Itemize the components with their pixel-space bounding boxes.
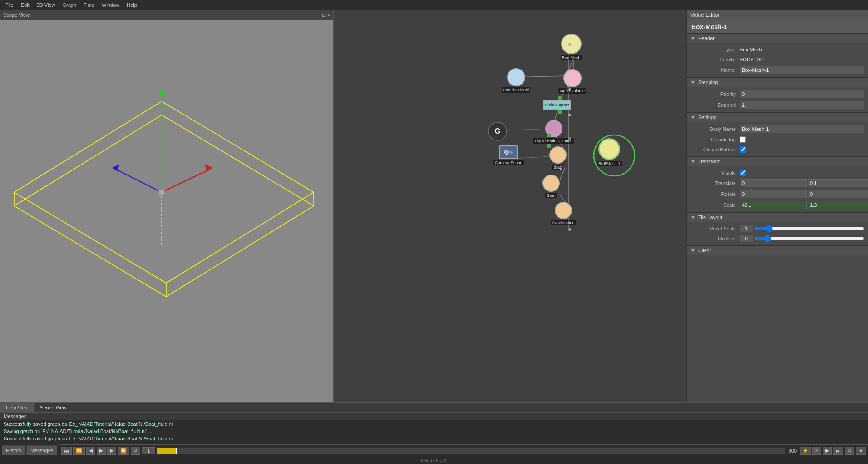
section-client-label: Client — [698, 248, 711, 253]
svg-line-10 — [116, 170, 162, 192]
node-drag[interactable]: drag — [549, 146, 567, 170]
connector-dot — [568, 114, 571, 116]
section-tile-layout: ▼ Tile Layout Voxel Scale 1 Tile Size — [687, 213, 868, 246]
node-particle-liquid[interactable]: Particle-Liquid — [502, 68, 530, 93]
node-field-export[interactable]: Field-Export — [543, 100, 571, 110]
section-settings-body: Body Name Closed Top Closed Bottom — [687, 122, 868, 156]
timeline-prev-frame-btn[interactable]: ◀ — [86, 447, 95, 455]
message-item-1: Successfully saved graph as 'E:/_NAIAD/T… — [0, 420, 868, 428]
prop-name-label: Name: — [690, 67, 736, 73]
timeline-end-frame: 300 — [787, 448, 799, 454]
menu-graph[interactable]: Graph — [59, 1, 80, 9]
node-swirl[interactable]: Swirl — [542, 175, 560, 198]
menu-bar: File Edit 3D View Graph Time Window Help — [0, 0, 868, 10]
tab-help-view[interactable]: Help View — [0, 403, 34, 412]
prop-body-name-input[interactable] — [740, 125, 864, 133]
prop-enabled-input[interactable] — [740, 101, 864, 109]
prop-rotate-x[interactable] — [740, 190, 807, 198]
prop-scale-x[interactable] — [740, 201, 807, 209]
prop-translate-y[interactable] — [808, 179, 868, 187]
prop-rotate-label: Rotate — [690, 191, 736, 197]
node-camera-scope[interactable]: Camera-Scope — [493, 145, 524, 165]
section-stepping-label: Stepping — [698, 80, 718, 85]
prop-closed-bottom-checkbox[interactable] — [740, 146, 746, 153]
timeline-down-btn[interactable]: ▼ — [856, 447, 866, 455]
node-camera-scope-label: Camera-Scope — [493, 160, 524, 165]
prop-enabled: Enabled — [687, 100, 868, 110]
svg-line-8 — [162, 170, 209, 192]
section-transform-arrow: ▼ — [690, 159, 695, 164]
timeline-extra-btn2[interactable]: ✕ — [812, 447, 821, 455]
value-editor-panel: Value Editor Box-Mesh-1 ▼ Header Type: B… — [686, 10, 868, 402]
section-settings-toggle[interactable]: ▼ Settings — [687, 113, 868, 122]
prop-scale-y[interactable] — [808, 201, 868, 209]
menu-file[interactable]: File — [2, 1, 17, 9]
section-settings: ▼ Settings Body Name Closed Top Closed B… — [687, 113, 868, 157]
prop-tile-size-slider-container: 9 — [740, 235, 864, 242]
node-title: Box-Mesh-1 — [687, 20, 868, 34]
node-liquid-emit[interactable]: Liquid-Emit-Distance — [533, 120, 574, 144]
menu-time[interactable]: Time — [80, 1, 98, 9]
timeline-play-btn[interactable]: ▶ — [97, 447, 106, 455]
timeline-next-btn[interactable]: ⏩ — [118, 447, 129, 455]
prop-translate-x[interactable] — [740, 179, 807, 187]
prop-priority-input[interactable] — [740, 90, 864, 98]
graph-view-panel[interactable]: Box-Mesh Particle-Liquid Mesh-Volume Fie… — [334, 10, 686, 402]
node-g[interactable]: G — [488, 122, 507, 141]
prop-tile-size-slider[interactable] — [755, 235, 864, 242]
timeline-prev-btn[interactable]: ⏪ — [73, 447, 85, 455]
section-settings-arrow: ▼ — [690, 115, 695, 120]
prop-visible: Visible — [687, 168, 868, 178]
3d-viewport[interactable] — [0, 20, 333, 402]
prop-type-label: Type: — [690, 47, 736, 52]
timeline-skip-btn[interactable]: ⏭ — [833, 447, 843, 455]
menu-window[interactable]: Window — [98, 1, 123, 9]
connector-dot — [604, 162, 607, 165]
prop-closed-top-checkbox[interactable] — [740, 136, 746, 143]
prop-rotate-y[interactable] — [808, 190, 868, 198]
connector-dot — [568, 228, 571, 231]
timeline-tabs: History Messages — [0, 444, 59, 456]
node-box-mesh-1-label: Box-Mesh-1 — [597, 161, 622, 166]
timeline-next-frame-btn[interactable]: ▶ — [107, 447, 116, 455]
section-header-toggle[interactable]: ▼ Header — [687, 34, 868, 43]
section-stepping-toggle[interactable]: ▼ Stepping — [687, 78, 868, 87]
menu-help[interactable]: Help — [123, 1, 141, 9]
section-transform-toggle[interactable]: ▼ Transform — [687, 157, 868, 166]
node-mesh-volume[interactable]: Mesh-Volume — [558, 69, 586, 94]
section-header: ▼ Header Type: Box-Mesh Family: BODY_OP … — [687, 34, 868, 78]
node-box-mesh[interactable]: Box-Mesh — [561, 34, 582, 60]
timeline-go-start-btn[interactable]: ⏮ — [61, 447, 72, 455]
menu-edit[interactable]: Edit — [17, 1, 33, 9]
prop-name-input[interactable] — [740, 66, 864, 74]
node-swirl-label: Swirl — [545, 193, 557, 198]
tab-history[interactable]: History — [2, 445, 25, 455]
section-tile-layout-toggle[interactable]: ▼ Tile Layout — [687, 213, 868, 222]
timeline-refresh-btn[interactable]: ↺ — [845, 447, 854, 455]
prop-family-label: Family: — [690, 57, 736, 62]
timeline-play-fwd-btn[interactable]: ▶ — [823, 447, 832, 455]
prop-voxel-scale-slider[interactable] — [755, 225, 864, 232]
bottom-tabs-bar: Help View Scope View — [0, 402, 868, 412]
prop-tile-size-label: Tile Size — [690, 236, 736, 241]
section-client: ▼ Client — [687, 246, 868, 255]
message-item-2: Saving graph on 'E:/_NAIAD/Tutorial/Naia… — [0, 428, 868, 435]
prop-body-name: Body Name — [687, 124, 868, 135]
timeline-frame-input[interactable] — [142, 447, 155, 454]
node-acceleration[interactable]: Acceleration — [551, 202, 576, 225]
tab-messages[interactable]: Messages — [26, 445, 57, 455]
timeline-track[interactable] — [157, 448, 785, 454]
prop-visible-checkbox[interactable] — [740, 170, 746, 176]
timeline-extra-btn1[interactable]: ⚡ — [800, 447, 811, 455]
section-stepping-arrow: ▼ — [690, 80, 695, 85]
section-client-toggle[interactable]: ▼ Client — [687, 246, 868, 255]
scope-view-close-btn[interactable]: × — [328, 12, 330, 18]
node-box-mesh-1[interactable]: Box-Mesh-1 — [597, 138, 622, 166]
prop-scale-label: Scale — [690, 202, 736, 208]
svg-marker-7 — [159, 87, 164, 96]
menu-3dview[interactable]: 3D View — [33, 1, 59, 9]
tab-scope-view[interactable]: Scope View — [34, 403, 72, 412]
section-client-arrow: ▼ — [690, 248, 695, 253]
scope-view-detach-btn[interactable]: ⊡ — [322, 12, 326, 18]
timeline-loop-btn[interactable]: ↺ — [131, 447, 140, 455]
